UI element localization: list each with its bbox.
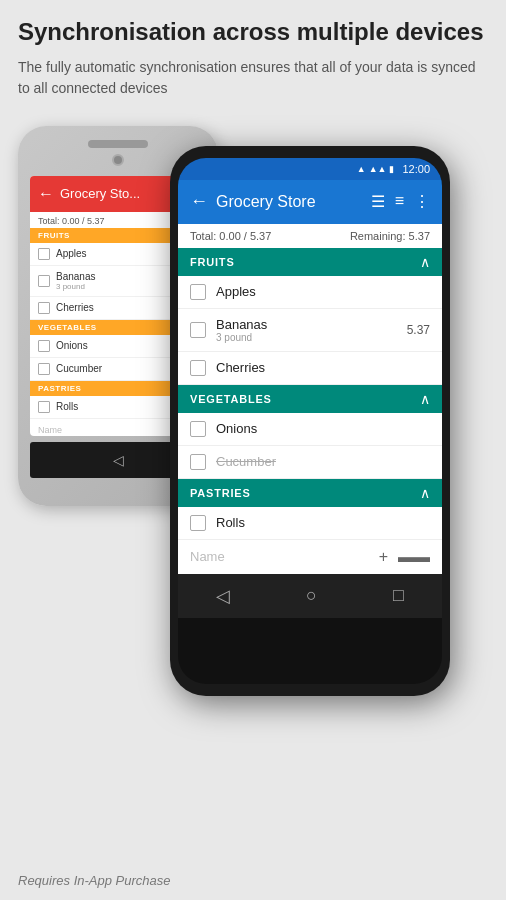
- front-item-apples: Apples: [178, 276, 442, 309]
- front-text-apples: Apples: [216, 284, 430, 299]
- footer-text: Requires In-App Purchase: [18, 873, 170, 888]
- front-item-cucumber: Cucumber: [178, 446, 442, 479]
- front-name-input-placeholder[interactable]: Name: [190, 549, 371, 564]
- front-home-nav-icon[interactable]: ○: [306, 585, 317, 606]
- back-label-cucumber: Cucumber: [56, 363, 102, 374]
- front-more-icon[interactable]: ⋮: [414, 192, 430, 211]
- front-back-button[interactable]: ←: [190, 191, 208, 212]
- front-vegetables-header[interactable]: VEGETABLES ∧: [178, 385, 442, 413]
- back-checkbox-cucumber[interactable]: [38, 363, 50, 375]
- back-phone-speaker: [88, 140, 148, 148]
- back-sub-bananas: 3 pound: [56, 282, 95, 291]
- front-checkbox-rolls[interactable]: [190, 515, 206, 531]
- front-text-cucumber: Cucumber: [216, 454, 430, 469]
- phones-container: ← Grocery Sto... Total: 0.00 / 5.37 FRUI…: [0, 116, 506, 736]
- front-item-bananas: Bananas 3 pound 5.37: [178, 309, 442, 352]
- front-name-bananas: Bananas: [216, 317, 397, 332]
- front-item-rolls: Rolls: [178, 507, 442, 540]
- front-total-left: Total: 0.00 / 5.37: [190, 230, 271, 242]
- front-pastries-label: PASTRIES: [190, 487, 251, 499]
- headline: Synchronisation across multiple devices: [18, 18, 488, 47]
- back-home-icon: ◁: [113, 452, 124, 468]
- front-text-cherries: Cherries: [216, 360, 430, 375]
- front-item-onions: Onions: [178, 413, 442, 446]
- back-screen-title: Grocery Sto...: [60, 186, 140, 201]
- front-checkbox-cucumber[interactable]: [190, 454, 206, 470]
- back-checkbox-bananas[interactable]: [38, 275, 50, 287]
- front-name-onions: Onions: [216, 421, 430, 436]
- front-fruits-header[interactable]: FRUITS ∧: [178, 248, 442, 276]
- front-name-cucumber: Cucumber: [216, 454, 430, 469]
- back-checkbox-rolls[interactable]: [38, 401, 50, 413]
- front-phone-inner: ▲ ▲▲ ▮ 12:00 ← Grocery Store ☰ ≡ ⋮ Total…: [178, 158, 442, 684]
- front-checkbox-apples[interactable]: [190, 284, 206, 300]
- front-list-icon[interactable]: ≡: [395, 192, 404, 211]
- back-label-bananas: Bananas: [56, 271, 95, 282]
- back-arrow-icon: ←: [38, 185, 54, 203]
- front-checkbox-cherries[interactable]: [190, 360, 206, 376]
- back-checkbox-onions[interactable]: [38, 340, 50, 352]
- front-app-title: Grocery Store: [216, 193, 363, 211]
- front-sub-bananas: 3 pound: [216, 332, 397, 343]
- front-back-nav-icon[interactable]: ◁: [216, 585, 230, 607]
- signal-icon: ▲▲: [369, 164, 387, 174]
- front-fruits-label: FRUITS: [190, 256, 235, 268]
- back-label-rolls: Rolls: [56, 401, 78, 412]
- front-pastries-header[interactable]: PASTRIES ∧: [178, 479, 442, 507]
- front-totals-row: Total: 0.00 / 5.37 Remaining: 5.37: [178, 224, 442, 248]
- back-phone-camera: [112, 154, 124, 166]
- front-name-rolls: Rolls: [216, 515, 430, 530]
- header-section: Synchronisation across multiple devices …: [0, 0, 506, 111]
- front-phone: ▲ ▲▲ ▮ 12:00 ← Grocery Store ☰ ≡ ⋮ Total…: [170, 146, 450, 696]
- front-total-right: Remaining: 5.37: [350, 230, 430, 242]
- front-app-bar: ← Grocery Store ☰ ≡ ⋮: [178, 180, 442, 224]
- back-label-onions: Onions: [56, 340, 88, 351]
- front-vegetables-label: VEGETABLES: [190, 393, 272, 405]
- back-label-cherries: Cherries: [56, 302, 94, 313]
- front-recent-nav-icon[interactable]: □: [393, 585, 404, 606]
- front-checkbox-onions[interactable]: [190, 421, 206, 437]
- front-checkbox-bananas[interactable]: [190, 322, 206, 338]
- front-name-input-row: Name + ▬▬: [178, 540, 442, 574]
- front-vegetables-chevron-icon: ∧: [420, 391, 430, 407]
- front-fruits-chevron-icon: ∧: [420, 254, 430, 270]
- front-barcode-icon[interactable]: ▬▬: [398, 548, 430, 566]
- back-label-apples: Apples: [56, 248, 87, 259]
- front-name-input-icons: + ▬▬: [379, 548, 430, 566]
- subtext: The fully automatic synchronisation ensu…: [18, 57, 488, 99]
- front-name-cherries: Cherries: [216, 360, 430, 375]
- front-bottom-nav: ◁ ○ □: [178, 574, 442, 618]
- back-checkbox-apples[interactable]: [38, 248, 50, 260]
- front-status-bar: ▲ ▲▲ ▮ 12:00: [178, 158, 442, 180]
- front-price-bananas: 5.37: [407, 323, 430, 337]
- front-app-bar-icons: ☰ ≡ ⋮: [371, 192, 430, 211]
- front-name-apples: Apples: [216, 284, 430, 299]
- status-icons: ▲ ▲▲ ▮: [357, 164, 395, 174]
- front-text-onions: Onions: [216, 421, 430, 436]
- front-file-icon[interactable]: ☰: [371, 192, 385, 211]
- back-checkbox-cherries[interactable]: [38, 302, 50, 314]
- front-add-icon[interactable]: +: [379, 548, 388, 566]
- front-pastries-chevron-icon: ∧: [420, 485, 430, 501]
- wifi-icon: ▲: [357, 164, 366, 174]
- status-time: 12:00: [402, 163, 430, 175]
- front-text-bananas: Bananas 3 pound: [216, 317, 397, 343]
- front-text-rolls: Rolls: [216, 515, 430, 530]
- battery-icon: ▮: [389, 164, 394, 174]
- front-item-cherries: Cherries: [178, 352, 442, 385]
